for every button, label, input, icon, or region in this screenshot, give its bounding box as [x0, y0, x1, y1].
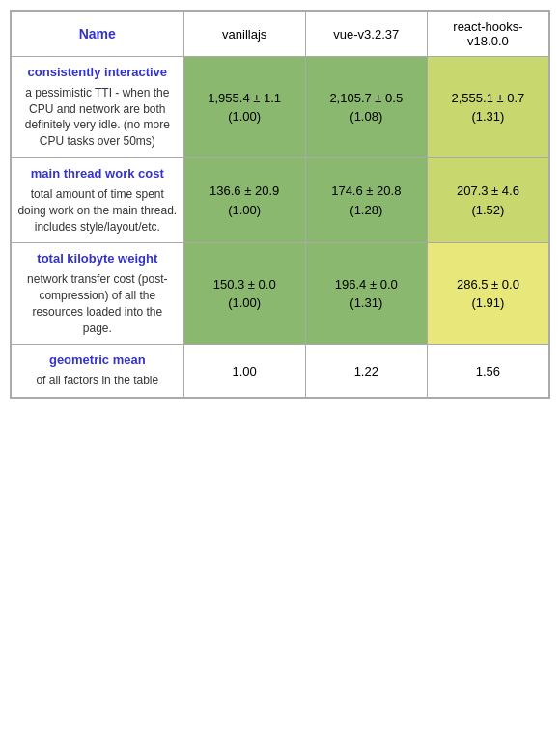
cell-mainthread-vue: 174.6 ± 20.8 (1.28) [305, 158, 427, 243]
column-header-vanilla: vanillajs [183, 12, 305, 57]
column-header-react: react-hooks-v18.0.0 [427, 12, 548, 57]
column-header-vue: vue-v3.2.37 [305, 12, 427, 57]
cell-consistently-vanilla: 1,955.4 ± 1.1 (1.00) [183, 57, 305, 158]
cell-kilobyte-react: 286.5 ± 0.0 (1.91) [427, 243, 548, 345]
cell-geomean-react: 1.56 [427, 345, 548, 398]
row-consistently: consistently interactive a pessimistic T… [12, 57, 549, 158]
cell-mainthread-react: 207.3 ± 4.6 (1.52) [427, 158, 548, 243]
cell-consistently-react: 2,555.1 ± 0.7 (1.31) [427, 57, 548, 158]
metric-name-mainthread: main thread work cost total amount of ti… [12, 158, 184, 243]
column-header-name: Name [12, 12, 184, 57]
cell-consistently-vue: 2,105.7 ± 0.5 (1.08) [305, 57, 427, 158]
row-mainthread: main thread work cost total amount of ti… [12, 158, 549, 243]
cell-geomean-vue: 1.22 [305, 345, 427, 398]
row-geomean: geometric mean of all factors in the tab… [12, 345, 549, 398]
cell-kilobyte-vue: 196.4 ± 0.0 (1.31) [305, 243, 427, 345]
cell-geomean-vanilla: 1.00 [183, 345, 305, 398]
metric-name-geomean: geometric mean of all factors in the tab… [12, 345, 184, 398]
metric-name-consistently: consistently interactive a pessimistic T… [12, 57, 184, 158]
cell-mainthread-vanilla: 136.6 ± 20.9 (1.00) [183, 158, 305, 243]
cell-kilobyte-vanilla: 150.3 ± 0.0 (1.00) [183, 243, 305, 345]
metric-name-kilobyte: total kilobyte weight network transfer c… [12, 243, 184, 345]
row-kilobyte: total kilobyte weight network transfer c… [12, 243, 549, 345]
